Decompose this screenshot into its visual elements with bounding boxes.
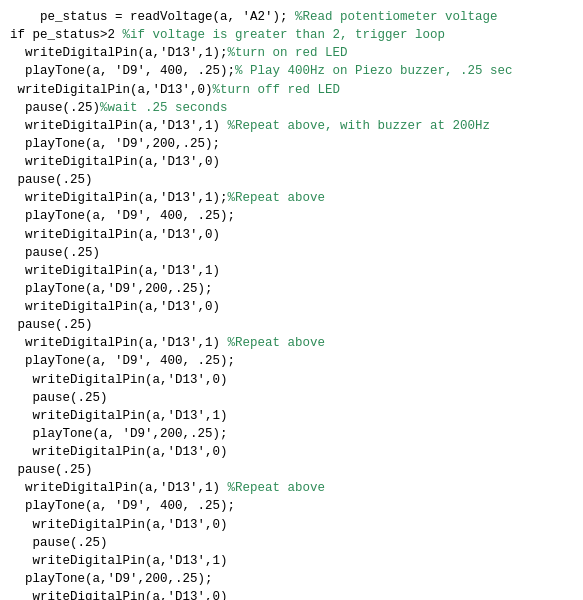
code-editor: pe_status = readVoltage(a, 'A2'); %Read … bbox=[0, 0, 583, 600]
code-content: pe_status = readVoltage(a, 'A2'); %Read … bbox=[10, 8, 573, 600]
